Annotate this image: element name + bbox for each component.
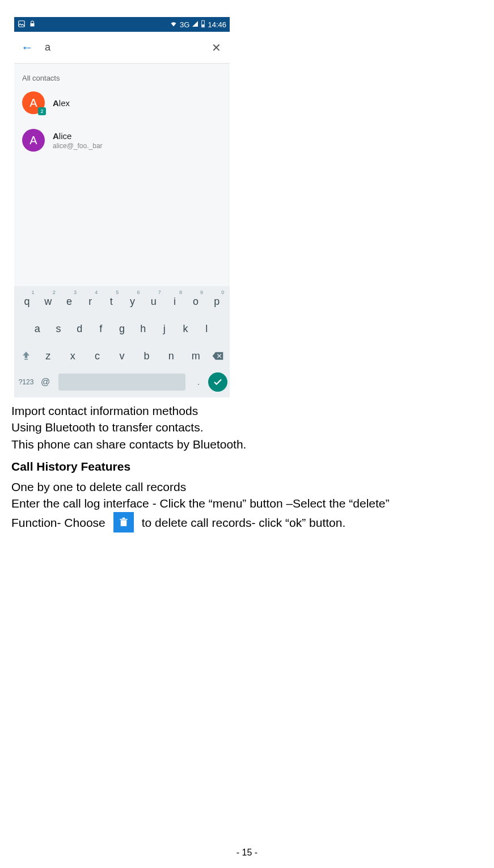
key-l[interactable]: l [198,318,215,339]
key-g[interactable]: g [113,318,130,339]
back-arrow-icon[interactable]: ← [21,40,37,55]
contact-name: Alex [53,98,70,108]
svg-rect-3 [24,359,28,360]
lock-icon [29,20,36,30]
status-bar: 3G 14:46 [14,17,230,32]
key-p[interactable]: 0p [208,291,225,312]
image-icon [18,20,26,30]
clock-label: 14:46 [208,20,226,29]
paragraph: This phone can share contacts by Bluetoo… [11,437,483,452]
avatar: A 2 [22,91,45,114]
search-bar: ← a ✕ [14,32,230,64]
contact-row[interactable]: A 2 Alex [22,91,222,114]
key-x[interactable]: x [64,345,81,367]
key-v[interactable]: v [113,345,130,367]
search-input[interactable]: a [37,41,209,53]
shift-key[interactable] [16,345,36,367]
svg-rect-6 [123,518,125,519]
key-w[interactable]: 2w [40,291,57,312]
wifi-icon [170,20,178,29]
key-z[interactable]: z [40,345,57,367]
key-c[interactable]: c [89,345,106,367]
svg-rect-0 [19,20,25,27]
paragraph: Enter the call log interface - Click the… [11,496,483,511]
key-o[interactable]: 9o [187,291,204,312]
dot-key[interactable]: . [189,372,208,392]
contact-name: Alice [53,131,103,141]
close-icon[interactable]: ✕ [209,41,223,54]
document-body: Import contact information methods Using… [11,403,483,532]
key-r[interactable]: 4r [82,291,99,312]
key-u[interactable]: 7u [145,291,162,312]
at-key[interactable]: @ [36,372,55,392]
key-m[interactable]: m [187,345,204,367]
contact-row[interactable]: A Alice alice@_foo._bar [22,129,222,152]
key-j[interactable]: j [156,318,173,339]
keyboard: 1q2w3e4r5t6y7u8i9o0p asdfghjkl zxcvbnm ?… [14,286,230,397]
trash-icon [113,512,134,532]
paragraph: One by one to delete call records [11,479,483,494]
svg-rect-5 [120,519,128,520]
key-i[interactable]: 8i [166,291,183,312]
section-label: All contacts [22,74,222,82]
svg-rect-2 [202,24,205,27]
contacts-list: All contacts A 2 Alex A Ali [14,64,230,286]
key-h[interactable]: h [134,318,151,339]
sim-badge: 2 [38,107,46,115]
backspace-key[interactable] [208,345,227,367]
key-s[interactable]: s [50,318,67,339]
enter-key[interactable] [208,372,227,392]
avatar: A [22,129,45,152]
key-a[interactable]: a [29,318,46,339]
key-q[interactable]: 1q [19,291,36,312]
battery-icon [201,20,205,30]
heading: Call History Features [11,460,483,473]
space-key[interactable] [58,374,185,391]
paragraph: Import contact information methods [11,403,483,418]
contact-sub: alice@_foo._bar [53,142,103,150]
network-label: 3G [180,20,189,29]
page-number: - 15 - [0,848,494,858]
key-n[interactable]: n [163,345,180,367]
key-b[interactable]: b [138,345,155,367]
signal-icon [192,20,199,29]
svg-rect-4 [121,521,127,527]
key-t[interactable]: 5t [103,291,120,312]
key-k[interactable]: k [177,318,194,339]
key-e[interactable]: 3e [61,291,78,312]
numeric-key[interactable]: ?123 [16,372,36,392]
phone-screenshot: 3G 14:46 ← a ✕ All contacts A 2 [14,17,230,397]
key-y[interactable]: 6y [124,291,141,312]
paragraph: Function- Choose to delete call records-… [11,512,483,532]
key-f[interactable]: f [92,318,109,339]
paragraph: Using Bluetooth to transfer contacts. [11,420,483,435]
key-d[interactable]: d [71,318,88,339]
